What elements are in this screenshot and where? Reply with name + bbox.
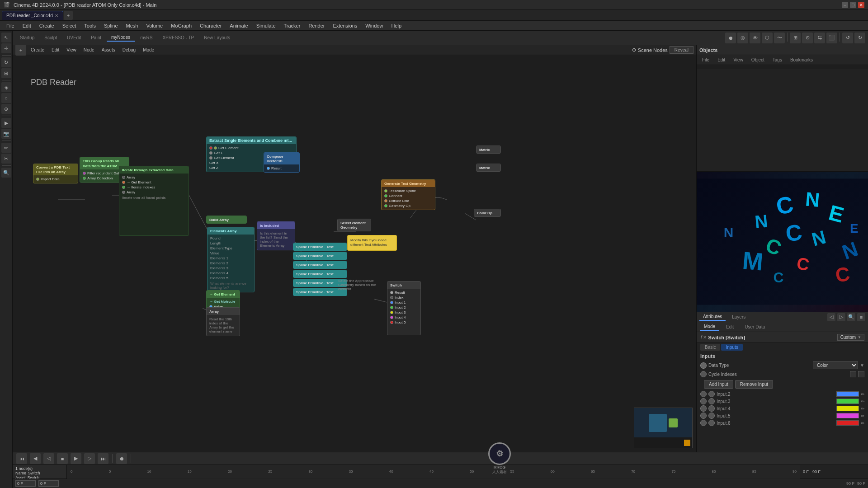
datatype-circle-icon[interactable] — [700, 362, 707, 369]
node-menu-view[interactable]: View — [64, 47, 79, 53]
menu-mesh[interactable]: Mesh — [123, 22, 142, 29]
tl-next-frame[interactable]: ▷ — [84, 453, 95, 464]
input2-edit-icon[interactable]: ✏ — [861, 392, 864, 397]
node-select-geometry[interactable]: Select element Geometry — [337, 219, 371, 231]
viewport[interactable]: C N N E C C N M N C C — [697, 172, 868, 312]
node-menu-assets[interactable]: Assets — [99, 47, 118, 53]
icon-btn-undo[interactable]: ↺ — [842, 33, 853, 43]
icon-btn-cube[interactable]: ⬡ — [762, 33, 773, 43]
current-frame-input[interactable] — [38, 480, 59, 487]
node-menu-create[interactable]: Create — [28, 47, 47, 53]
tl-prev-frame[interactable]: ◀ — [30, 453, 41, 464]
close-button[interactable]: ✕ — [858, 2, 864, 8]
datatype-arrow-icon[interactable]: ▼ — [860, 363, 864, 368]
add-input-button[interactable]: Add Input — [704, 380, 733, 389]
menu-tools[interactable]: Tools — [80, 22, 99, 29]
obj-tab-view[interactable]: View — [730, 56, 747, 63]
attr-mode-userdata[interactable]: User Data — [741, 324, 769, 330]
cycleindexes-checkbox2[interactable] — [858, 371, 864, 377]
node-array-mol[interactable]: Array Read the 19th index of the Array t… — [206, 307, 240, 336]
menu-spline[interactable]: Spline — [100, 22, 122, 29]
icon-btn-redo[interactable]: ↻ — [854, 33, 865, 43]
tab-close-icon[interactable]: ✕ — [55, 13, 58, 18]
input5-color-swatch[interactable] — [836, 413, 859, 418]
icon-btn-snap[interactable]: ⊙ — [802, 33, 813, 43]
node-menu-edit[interactable]: Edit — [49, 47, 62, 53]
attr-icon-4[interactable]: ≡ — [857, 313, 865, 321]
node-menu-node[interactable]: Node — [81, 47, 97, 53]
menu-file[interactable]: File — [3, 22, 18, 29]
node-iterate[interactable]: Iterate through extracted Data Array → G… — [119, 166, 189, 236]
attr-icon-3[interactable]: 🔍 — [847, 313, 855, 321]
icon-btn-link[interactable]: ⬛ — [826, 33, 837, 43]
node-canvas[interactable]: PDB Reader — [13, 55, 696, 452]
node-compose-vec[interactable]: Compose Vector3D Result — [264, 152, 300, 173]
icon-btn-grid[interactable]: ⊞ — [790, 33, 801, 43]
tool-camera[interactable]: 📷 — [1, 129, 11, 139]
node-import-data[interactable]: Convert a PDB Text File into an Array Im… — [33, 164, 78, 183]
start-frame-input[interactable] — [15, 480, 36, 487]
tl-play-stop[interactable]: ■ — [57, 453, 68, 464]
menu-render[interactable]: Render — [305, 22, 328, 29]
layout-tab-mynodes[interactable]: myNodes — [107, 34, 135, 42]
menu-character[interactable]: Character — [196, 22, 225, 29]
obj-tab-tags[interactable]: Tags — [769, 56, 786, 63]
menu-help[interactable]: Help — [387, 22, 405, 29]
bi-tab-inputs[interactable]: Inputs — [721, 344, 742, 351]
tool-scale[interactable]: ⊞ — [1, 68, 11, 78]
tl-to-end[interactable]: ⏭ — [98, 453, 108, 464]
tool-pen[interactable]: ✏ — [1, 143, 11, 153]
menu-simulate[interactable]: Simulate — [253, 22, 279, 29]
input5-edit-icon[interactable]: ✏ — [861, 413, 864, 418]
attr-tab-attributes[interactable]: Attributes — [699, 313, 726, 321]
maximize-button[interactable]: □ — [850, 2, 856, 8]
minimize-button[interactable]: – — [842, 2, 848, 8]
node-matrix1[interactable]: Matrix — [476, 145, 501, 154]
tool-world[interactable]: ⊕ — [1, 104, 11, 114]
reveal-button[interactable]: Reveal — [670, 46, 693, 54]
tl-to-start[interactable]: ⏮ — [16, 453, 27, 464]
layout-tab-myrs[interactable]: myRS — [136, 34, 157, 41]
tool-model[interactable]: ◈ — [1, 82, 11, 92]
icon-btn-render[interactable]: ⏺ — [725, 33, 736, 43]
menu-window[interactable]: Window — [362, 22, 387, 29]
attr-icon-1[interactable]: ◁ — [827, 313, 835, 321]
cycleindexes-circle-icon[interactable] — [700, 371, 707, 377]
menu-edit[interactable]: Edit — [19, 22, 35, 29]
tl-play[interactable]: ▶ — [71, 453, 81, 464]
obj-tab-bookmarks[interactable]: Bookmarks — [787, 56, 816, 63]
tool-render[interactable]: ▶ — [1, 118, 11, 128]
node-generate-text[interactable]: Generate Text Geometry Tessellate Spline… — [381, 179, 435, 210]
node-switch-large[interactable]: Switch Result Index — [387, 281, 421, 335]
layout-tab-newlayouts[interactable]: New Layouts — [199, 34, 235, 41]
menu-select[interactable]: Select — [59, 22, 80, 29]
bi-tab-basic[interactable]: Basic — [700, 344, 720, 351]
tool-select[interactable]: ↖ — [1, 33, 11, 42]
icon-btn-anim[interactable]: ◎ — [737, 33, 748, 43]
layout-tab-startup[interactable]: Startup — [15, 34, 39, 41]
node-matrix2[interactable]: Matrix — [476, 164, 501, 172]
input6-edit-icon[interactable]: ✏ — [861, 421, 864, 426]
spline-2[interactable]: Spline Primitive · Text — [293, 252, 347, 260]
node-is-included[interactable]: Is Included Is this element in the list?… — [257, 221, 295, 250]
attr-tab-layers[interactable]: Layers — [728, 314, 749, 320]
layout-tab-sculpt[interactable]: Sculpt — [40, 34, 61, 41]
menu-create[interactable]: Create — [36, 22, 58, 29]
attr-mode-mode[interactable]: Mode — [700, 323, 719, 331]
menu-animate[interactable]: Animate — [226, 22, 251, 29]
icon-btn-spline[interactable]: 〜 — [774, 33, 785, 43]
tl-play-back[interactable]: ◁ — [43, 453, 54, 464]
layout-tab-paint[interactable]: Paint — [86, 34, 106, 41]
spline-1[interactable]: Spline Primitive · Text — [293, 243, 347, 251]
tool-object[interactable]: ○ — [1, 93, 11, 103]
layout-tab-uvedit[interactable]: UVEdit — [62, 34, 85, 41]
spline-3[interactable]: Spline Primitive · Text — [293, 261, 347, 269]
obj-tab-edit[interactable]: Edit — [714, 56, 729, 63]
tool-knife[interactable]: ✂ — [1, 154, 11, 164]
input6-color-swatch[interactable] — [836, 420, 859, 426]
attr-icon-2[interactable]: ▷ — [837, 313, 845, 321]
layout-tab-xpresso[interactable]: XPRESSO - TP — [158, 34, 198, 41]
input3-edit-icon[interactable]: ✏ — [861, 399, 864, 404]
node-menu-mode[interactable]: Mode — [140, 47, 157, 53]
new-tab-button[interactable]: + — [64, 11, 73, 20]
